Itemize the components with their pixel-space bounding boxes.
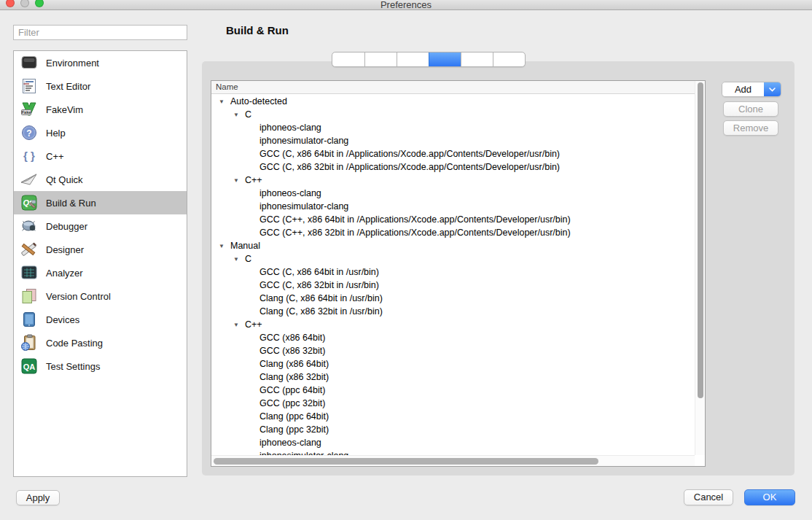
devices-icon: [20, 310, 39, 329]
tree-row-clang-c-x86-32bit-in-usr-bin[interactable]: ▼ Clang (C, x86 32bit in /usr/bin): [211, 305, 695, 318]
sidebar-item-label: Code Pasting: [46, 338, 103, 349]
tree-row-c[interactable]: ▼ C++: [211, 318, 695, 331]
vertical-scrollbar[interactable]: [695, 81, 705, 455]
add-split-button[interactable]: Add: [722, 82, 781, 97]
sidebar-item-environment[interactable]: Environment: [14, 51, 187, 74]
tree-row-clang-ppc-32bit[interactable]: ▼ Clang (ppc 32bit): [211, 423, 695, 436]
sidebar-item-fakevim[interactable]: Fake FakeVim: [14, 98, 187, 121]
help-icon: ?: [20, 123, 39, 142]
sidebar-item-designer[interactable]: Designer: [14, 238, 187, 261]
tree-row-label: GCC (ppc 32bit): [259, 398, 325, 408]
sidebar-item-build-run[interactable]: Qt Build & Run: [14, 191, 187, 214]
tree-row-gcc-c-x86-32bit-in-usr-bin[interactable]: ▼ GCC (C, x86 32bit in /usr/bin): [211, 279, 695, 292]
tree-row-gcc-x86-32bit[interactable]: ▼ GCC (x86 32bit): [211, 344, 695, 357]
tree-row-label: Clang (x86 64bit): [259, 359, 329, 369]
sidebar-item-devices[interactable]: Devices: [14, 308, 187, 331]
sidebar-item-help[interactable]: ? Help: [14, 121, 187, 144]
sidebar-item-version-control[interactable]: Version Control: [14, 284, 187, 308]
tree-row-label: C: [245, 109, 251, 120]
tree-row-manual[interactable]: ▼ Manual: [211, 239, 695, 252]
sidebar-item-label: Environment: [46, 58, 99, 69]
disclosure-triangle-icon[interactable]: ▼: [216, 243, 227, 249]
chevron-down-icon: [768, 87, 776, 93]
svg-text:{ }: { }: [23, 150, 35, 162]
sidebar-item-label: Help: [46, 128, 66, 139]
tree-row-gcc-c-x86-32bit-in-applications-xcode-app-contents-developer-usr-bin[interactable]: ▼ GCC (C, x86 32bit in /Applications/Xco…: [211, 160, 695, 174]
sidebar-item-analyzer[interactable]: Analyzer: [14, 261, 187, 284]
cancel-button[interactable]: Cancel: [684, 489, 733, 505]
tree-row-label: iphoneos-clang: [259, 188, 321, 198]
sidebar-item-label: Devices: [46, 314, 79, 325]
tree-row-gcc-x86-64bit[interactable]: ▼ GCC (x86 64bit): [211, 331, 695, 344]
sidebar-item-label: Debugger: [46, 221, 87, 232]
version-control-icon: [20, 287, 39, 306]
tree-row-gcc-ppc-64bit[interactable]: ▼ GCC (ppc 64bit): [211, 384, 695, 397]
tree-row-c[interactable]: ▼ C: [211, 252, 695, 265]
tree-row-iphonesimulator-clang[interactable]: ▼ iphonesimulator-clang: [211, 200, 695, 213]
horizontal-scrollbar-thumb[interactable]: [214, 458, 598, 465]
tree-row-label: Clang (x86 32bit): [259, 372, 329, 382]
build-run-icon: Qt: [20, 193, 39, 212]
tree-row-iphoneos-clang[interactable]: ▼ iphoneos-clang: [211, 187, 695, 200]
apply-button[interactable]: Apply: [16, 490, 60, 505]
sidebar-item-test-settings[interactable]: QA Test Settings: [14, 354, 187, 378]
sidebar-item-label: Version Control: [46, 291, 111, 302]
tab-debu[interactable]: [461, 53, 493, 66]
sidebar-item-debugger[interactable]: Debugger: [14, 214, 187, 238]
page-title: Build & Run: [226, 24, 289, 36]
tab-com[interactable]: [429, 53, 461, 66]
tab-cmake[interactable]: [493, 53, 525, 66]
tab-qt-v[interactable]: [397, 53, 429, 66]
add-button[interactable]: Add: [722, 82, 764, 96]
add-dropdown-button[interactable]: [764, 82, 781, 96]
sidebar-item-c[interactable]: { } C++: [14, 144, 187, 168]
disclosure-triangle-icon[interactable]: ▼: [231, 177, 241, 184]
sidebar-item-qt-quick[interactable]: Qt Quick: [14, 168, 187, 191]
tree-row-label: Clang (ppc 64bit): [259, 411, 329, 422]
horizontal-scrollbar[interactable]: [211, 455, 695, 466]
tree-row-clang-x86-32bit[interactable]: ▼ Clang (x86 32bit): [211, 370, 695, 384]
sidebar-item-label: Text Editor: [46, 81, 90, 92]
tree-row-label: GCC (C, x86 64bit in /usr/bin): [259, 267, 379, 277]
tab-kits[interactable]: [364, 53, 397, 66]
tree-row-label: GCC (C++, x86 64bit in /Applications/Xco…: [259, 214, 571, 225]
disclosure-triangle-icon[interactable]: ▼: [216, 98, 227, 105]
disclosure-triangle-icon[interactable]: ▼: [231, 256, 241, 263]
tree-row-label: GCC (C++, x86 32bit in /Applications/Xco…: [259, 228, 571, 238]
tree-row-gcc-c-x86-32bit-in-applications-xcode-app-contents-developer-usr-bin[interactable]: ▼ GCC (C++, x86 32bit in /Applications/X…: [211, 226, 695, 239]
tree-row-auto-detected[interactable]: ▼ Auto-detected: [211, 95, 695, 108]
tree-row-iphonesimulator-clang[interactable]: ▼ iphonesimulator-clang: [211, 134, 695, 147]
vertical-scrollbar-thumb[interactable]: [698, 82, 703, 398]
tree-row-label: GCC (C, x86 32bit in /Applications/Xcode…: [259, 162, 560, 172]
tree-row-label: C++: [245, 175, 262, 185]
tree-row-iphoneos-clang[interactable]: ▼ iphoneos-clang: [211, 436, 695, 449]
tree-row-c[interactable]: ▼ C: [211, 108, 695, 121]
sidebar-item-label: Test Settings: [46, 361, 100, 372]
tree-row-label: GCC (x86 64bit): [259, 333, 325, 343]
tree-row-gcc-ppc-32bit[interactable]: ▼ GCC (ppc 32bit): [211, 397, 695, 410]
tree-row-label: Clang (ppc 32bit): [259, 424, 329, 435]
tree-row-label: Auto-detected: [230, 96, 287, 106]
sidebar-item-text-editor[interactable]: Text Editor: [14, 74, 187, 98]
tree-row-label: C++: [245, 319, 262, 330]
ok-button[interactable]: OK: [744, 489, 795, 505]
filter-input[interactable]: [13, 25, 187, 40]
remove-button[interactable]: Remove: [723, 120, 778, 136]
tree-row-gcc-c-x86-64bit-in-applications-xcode-app-contents-developer-usr-bin[interactable]: ▼ GCC (C++, x86 64bit in /Applications/X…: [211, 213, 695, 226]
tree-row-gcc-c-x86-64bit-in-usr-bin[interactable]: ▼ GCC (C, x86 64bit in /usr/bin): [211, 265, 695, 279]
tab-gene[interactable]: [332, 53, 364, 66]
tree-row-gcc-c-x86-64bit-in-applications-xcode-app-contents-developer-usr-bin[interactable]: ▼ GCC (C, x86 64bit in /Applications/Xco…: [211, 147, 695, 160]
qt-quick-icon: [20, 170, 39, 189]
tree-row-clang-c-x86-64bit-in-usr-bin[interactable]: ▼ Clang (C, x86 64bit in /usr/bin): [211, 292, 695, 305]
tree-row-label: iphoneos-clang: [259, 438, 321, 448]
sidebar-item-code-pasting[interactable]: Code Pasting: [14, 331, 187, 354]
tree-row-clang-x86-64bit[interactable]: ▼ Clang (x86 64bit): [211, 357, 695, 370]
fakevim-icon: Fake: [20, 100, 39, 119]
tree-row-c[interactable]: ▼ C++: [211, 174, 695, 187]
tree-row-clang-ppc-64bit[interactable]: ▼ Clang (ppc 64bit): [211, 410, 695, 423]
disclosure-triangle-icon[interactable]: ▼: [231, 112, 241, 118]
disclosure-triangle-icon[interactable]: ▼: [231, 322, 241, 328]
tab-bar: [332, 52, 526, 67]
tree-row-iphoneos-clang[interactable]: ▼ iphoneos-clang: [211, 121, 695, 134]
clone-button[interactable]: Clone: [723, 101, 778, 117]
